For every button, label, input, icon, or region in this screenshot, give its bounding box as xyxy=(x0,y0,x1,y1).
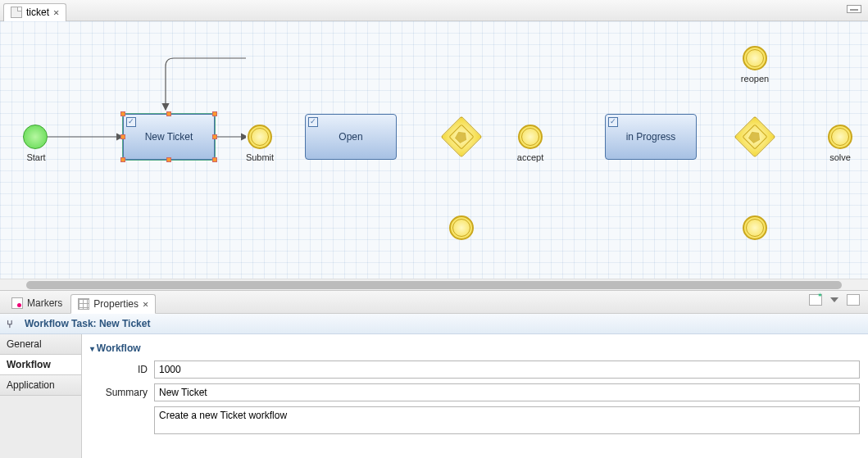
task-in-progress[interactable]: in Progress xyxy=(605,114,697,160)
diagram-canvas-wrap: Start New Ticket Submit Open accept xyxy=(0,21,868,290)
left-tab-general[interactable]: General xyxy=(0,334,81,355)
properties-header-prefix: Workflow Task: xyxy=(25,318,97,329)
properties-body: General Workflow Application Workflow ID… xyxy=(0,334,868,458)
editor-tab-ticket[interactable]: ticket ✕ xyxy=(3,3,66,21)
event-reopen-label: reopen xyxy=(735,74,775,84)
minimize-button[interactable] xyxy=(847,5,861,13)
task-marker-icon xyxy=(126,117,136,127)
description-label xyxy=(90,406,148,410)
tab-properties-label: Properties xyxy=(93,298,139,310)
event-solve[interactable] xyxy=(828,125,852,149)
properties-form: Workflow ID Summary xyxy=(82,334,868,458)
view-menu-chevron-down-icon[interactable] xyxy=(830,297,838,302)
event-accept[interactable] xyxy=(518,125,543,149)
tab-markers[interactable]: Markers xyxy=(5,293,69,313)
view-tab-bar: Markers Properties ✕ xyxy=(0,291,868,314)
properties-header-subject: New Ticket xyxy=(99,318,150,329)
task-label: New Ticket xyxy=(145,131,193,143)
task-label: Open xyxy=(339,131,362,143)
task-marker-icon xyxy=(608,117,618,127)
gateway-2[interactable] xyxy=(734,116,776,158)
task-open[interactable]: Open xyxy=(305,114,397,160)
section-title: Workflow xyxy=(90,339,860,361)
start-label: Start xyxy=(16,152,56,162)
task-new-ticket[interactable]: New Ticket xyxy=(123,114,215,160)
event-below-gw1[interactable] xyxy=(449,215,474,240)
editor-tab-bar: ticket ✕ xyxy=(0,0,868,21)
bottom-panel: Markers Properties ✕ Workflow Task: New … xyxy=(0,290,868,458)
event-accept-label: accept xyxy=(510,152,551,162)
close-icon[interactable]: ✕ xyxy=(53,7,59,18)
editor-tab-label: ticket xyxy=(26,7,49,18)
task-marker-icon xyxy=(308,117,318,127)
diagram-canvas[interactable]: Start New Ticket Submit Open accept xyxy=(0,21,868,279)
summary-label: Summary xyxy=(90,383,148,398)
start-event[interactable] xyxy=(23,125,48,149)
summary-field[interactable] xyxy=(154,383,860,401)
tab-properties[interactable]: Properties ✕ xyxy=(70,294,156,314)
gateway-1[interactable] xyxy=(441,116,483,158)
properties-icon xyxy=(78,298,89,310)
tab-markers-label: Markers xyxy=(27,297,62,309)
task-label: in Progress xyxy=(626,131,676,143)
view-toolbar xyxy=(809,294,860,306)
description-field[interactable] xyxy=(154,406,860,434)
minimize-view-button[interactable] xyxy=(847,294,860,306)
event-reopen[interactable] xyxy=(743,46,767,70)
horizontal-scrollbar[interactable] xyxy=(0,279,868,290)
file-icon xyxy=(11,7,22,18)
new-view-button[interactable] xyxy=(809,294,822,306)
event-submit-label: Submit xyxy=(242,152,278,162)
id-label: ID xyxy=(90,361,148,375)
left-tab-workflow[interactable]: Workflow xyxy=(0,355,81,375)
id-field[interactable] xyxy=(154,361,860,379)
workflow-icon xyxy=(7,318,18,329)
event-solve-label: solve xyxy=(821,152,859,162)
event-below-gw2[interactable] xyxy=(743,215,767,240)
close-icon[interactable]: ✕ xyxy=(143,298,148,310)
event-submit[interactable] xyxy=(248,125,272,149)
properties-header: Workflow Task: New Ticket xyxy=(0,314,868,334)
markers-icon xyxy=(11,297,23,309)
properties-left-tabs: General Workflow Application xyxy=(0,334,82,458)
left-tab-application[interactable]: Application xyxy=(0,375,81,396)
